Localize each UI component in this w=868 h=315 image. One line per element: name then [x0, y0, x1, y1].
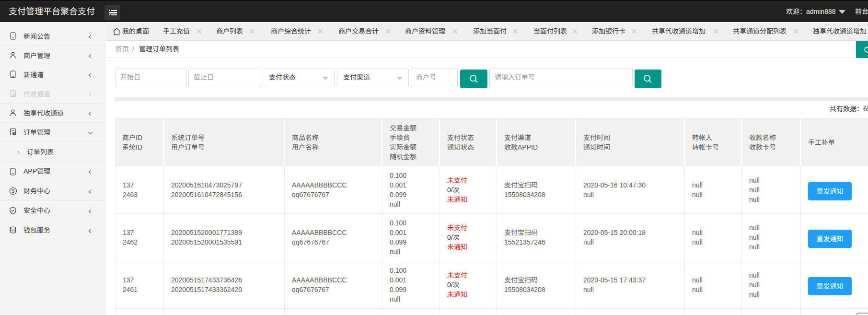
svg-text:$: $ [12, 188, 15, 194]
